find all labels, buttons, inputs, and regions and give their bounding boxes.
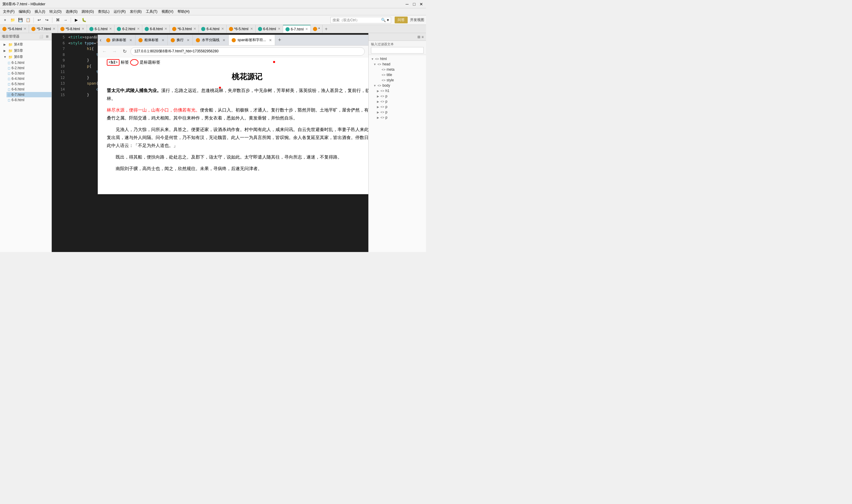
dom-body[interactable]: ▼ <> body [372,83,425,88]
tab-6-4[interactable]: 6-4.html ✕ [199,25,226,33]
browser-tab-italic[interactable]: 斜体标签 ✕ [103,35,135,46]
tab-6-3[interactable]: *6-3.html ✕ [170,25,199,33]
browser-tab-close-4[interactable]: ✕ [222,38,225,42]
browser-tab-span[interactable]: span标签和字符... ✕ [229,35,275,46]
menu-escape[interactable]: 转义(O) [48,8,63,15]
right-panel-icon-1[interactable]: ⊞ [417,35,420,39]
tab-close-6-6[interactable]: ✕ [278,27,280,31]
menu-find[interactable]: 查找(L) [96,8,111,15]
file-6-3-item[interactable]: ◻ 6-3.html [6,71,52,76]
tab-6-6[interactable]: 6-6.html ✕ [256,25,283,33]
indent-btn[interactable]: → [62,17,69,23]
dom-title[interactable]: <> title [376,72,425,77]
file-6-4-item[interactable]: ◻ 6-4.html [6,76,52,81]
tab-6-2[interactable]: 6-2.html ✕ [114,25,142,33]
dom-head[interactable]: ▼ <> head [372,61,425,67]
dom-p-2[interactable]: ▶ <> p [376,99,425,104]
right-panel-icon-2[interactable]: ≡ [421,35,424,39]
tab-add-button[interactable]: + [323,26,330,32]
tab-close-6-3[interactable]: ✕ [194,27,196,31]
reload-button[interactable]: ↻ [121,47,129,56]
tab-close-6-5[interactable]: ✕ [250,27,253,31]
new-file-btn[interactable]: + [2,17,8,23]
save-btn[interactable]: 💾 [17,17,24,23]
chapter-4-item[interactable]: ▶ 📁 第4章 [2,41,52,48]
tab-6-7[interactable]: 6-7.html ✕ [283,25,311,33]
dom-p-4[interactable]: ▶ <> p [376,109,425,115]
dom-h1[interactable]: ▶ <> h1 [376,88,425,93]
menu-edit[interactable]: 编辑(E) [17,8,32,15]
menu-release[interactable]: 发行(B) [128,8,144,15]
browser-tab-bold[interactable]: 粗体标签 ✕ [135,35,168,46]
bookmark-button[interactable]: ☆ [366,47,368,56]
tab-close-5-8[interactable]: ✕ [81,27,84,31]
file-6-8-item[interactable]: ◻ 6-8.html [6,97,52,103]
menu-select[interactable]: 选择(S) [64,8,79,15]
dom-meta[interactable]: <> meta [376,67,425,72]
tab-close-6-4[interactable]: ✕ [221,27,224,31]
browser-tab-back[interactable]: ‹ [98,37,103,43]
dom-p-1[interactable]: ▶ <> p [376,93,425,99]
file-6-5-item[interactable]: ◻ 6-5.html [6,81,52,87]
forward-button[interactable]: → [110,47,119,56]
dom-html[interactable]: ▼ <> html [370,56,425,61]
tab-close-6-1[interactable]: ✕ [109,27,112,31]
file-6-1-item[interactable]: ◻ 6-1.html [6,60,52,65]
open-btn[interactable]: 📁 [10,17,16,23]
sidebar-icon-2[interactable]: ⊞ [44,34,50,39]
url-bar[interactable] [130,47,365,56]
filter-input[interactable] [371,47,424,54]
save-all-btn[interactable]: 📋 [25,17,31,23]
back-button[interactable]: ← [100,47,109,56]
menu-help[interactable]: 帮助(H) [176,8,192,15]
format-btn[interactable]: ⌘ [54,17,61,23]
tab-close-6-7[interactable]: ✕ [305,27,308,31]
sidebar-icon-1[interactable]: ⬜ [38,34,44,39]
tab-5-6[interactable]: *5-6.html ✕ [0,25,29,33]
browser-tab-close-1[interactable]: ✕ [129,38,132,42]
p5-arrow: ▶ [377,116,379,119]
search-icon[interactable]: 🔍 [381,18,386,22]
tab-5-8[interactable]: *5-8.html ✕ [58,25,87,33]
browser-tab-close-3[interactable]: ✕ [187,38,189,42]
dom-p-5[interactable]: ▶ <> p [376,115,425,120]
file-6-7-item[interactable]: ◻ 6-7.html [6,92,52,97]
dom-style[interactable]: <> style [376,77,425,83]
close-button[interactable]: ✕ [419,2,424,6]
maximize-button[interactable]: □ [412,2,417,6]
minimize-button[interactable]: ─ [405,2,410,6]
menu-tools[interactable]: 工具(T) [144,8,159,15]
tab-5-7[interactable]: *5-7.html ✕ [29,25,58,33]
browser-tab-newline[interactable]: 换行 ✕ [168,35,193,46]
dom-p-3[interactable]: ▶ <> p [376,104,425,109]
search-dropdown-icon[interactable]: ▾ [387,18,389,22]
redo-btn[interactable]: ↪ [43,17,50,23]
browser-tab-add[interactable]: + [275,37,284,43]
tab-extra[interactable]: * [311,25,323,33]
tab-close-5-7[interactable]: ✕ [53,27,55,31]
undo-btn[interactable]: ↩ [36,17,42,23]
menu-jump[interactable]: 跳转(G) [80,8,95,15]
tab-close-6-8[interactable]: ✕ [164,27,167,31]
run-btn[interactable]: ▶ [73,17,79,23]
chapter-5-item[interactable]: ▶ 📁 第5章 [2,48,52,54]
debug-btn[interactable]: 🐛 [81,17,87,23]
file-6-2-item[interactable]: ◻ 6-2.html [6,65,52,71]
right-panel: ⊞ ≡ 输入过滤器文本 ▼ <> html ▼ <> head [368,33,426,252]
menu-insert[interactable]: 插入(I) [33,8,47,15]
browser-tab-hr[interactable]: 水平分隔线 ✕ [193,35,229,46]
menu-view[interactable]: 视图(V) [160,8,175,15]
chapter-6-item[interactable]: ▼ 📁 第6章 [2,54,52,60]
search-input[interactable] [332,18,380,22]
tab-close-5-6[interactable]: ✕ [24,27,26,31]
tab-6-8[interactable]: 6-8.html ✕ [142,25,170,33]
tab-close-6-2[interactable]: ✕ [137,27,140,31]
browser-tab-close-5[interactable]: ✕ [269,38,272,42]
menu-file[interactable]: 文件(F) [1,8,16,15]
browser-tab-close-2[interactable]: ✕ [162,38,164,42]
tab-6-5[interactable]: *6-5.html ✕ [226,25,256,33]
tab-6-1[interactable]: 6-1.html ✕ [87,25,114,33]
answer-button[interactable]: 问答 [395,17,407,23]
menu-run[interactable]: 运行(R) [112,8,127,15]
file-6-6-item[interactable]: ◻ 6-6.html [6,87,52,92]
